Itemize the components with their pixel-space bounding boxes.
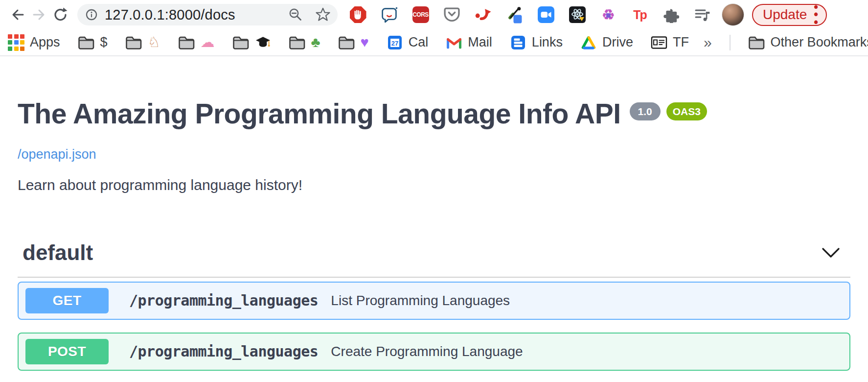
zoom-meetings-extension-icon[interactable] [537,6,554,24]
bookmark-tf[interactable]: TF [651,35,689,50]
zoom-out-indicator-icon[interactable] [288,7,303,23]
endpoint-path: /programming_languages [129,292,318,309]
http-method-badge: POST [25,339,109,364]
chat-bubble-extension-icon[interactable] [381,6,398,24]
folder-icon [232,35,250,50]
endpoint-summary: List Programming Languages [331,293,510,309]
bookmarks-bar: Apps $ ♘ ☁ [0,29,868,56]
gmail-icon [446,36,462,49]
url-text: 127.0.0.1:8000/docs [105,7,288,23]
swagger-page: The Amazing Programming Language Info AP… [0,98,868,371]
redirect-arrow-extension-icon[interactable] [475,6,492,24]
http-method-badge: GET [25,288,109,313]
page-title: The Amazing Programming Language Info AP… [18,98,621,129]
graduation-cap-emoji-icon [255,35,271,50]
update-label: Update [763,7,807,23]
profile-avatar[interactable] [722,3,744,26]
teleparty-extension-icon[interactable]: Tp [631,6,648,24]
media-playlist-extension-icon[interactable] [694,6,711,24]
links-list-icon [510,34,526,51]
folder-icon [748,35,765,50]
bookmark-drive[interactable]: Drive [580,35,633,50]
section-default: default GET /programming_languages List … [18,240,850,371]
folder-icon [125,35,142,50]
bookmarks-overflow-chevron[interactable]: » [704,34,712,51]
bookmarks-divider [730,35,731,50]
bookmark-star-icon[interactable] [315,7,331,23]
version-badge: 1.0 [630,102,661,120]
apps-grid-icon [8,34,24,51]
api-title-row: The Amazing Programming Language Info AP… [18,98,850,129]
reload-button[interactable] [50,4,71,25]
adblock-stop-hand-extension-icon[interactable] [349,6,366,24]
folder-icon [289,35,306,50]
other-bookmarks[interactable]: Other Bookmarks [748,35,868,50]
color-eyedropper-extension-icon[interactable] [506,6,523,24]
chevron-down-icon [820,246,842,259]
section-title: default [23,240,93,265]
endpoint-summary: Create Programming Language [331,344,523,359]
forward-button[interactable] [28,4,50,25]
operation-row-post-programming-languages[interactable]: POST /programming_languages Create Progr… [18,333,850,371]
extensions-row: CORS [349,6,711,24]
api-description: Learn about programming language history… [18,177,850,193]
pocket-extension-icon[interactable] [443,6,460,24]
bookmark-apps[interactable]: Apps [8,34,60,51]
forward-arrow-icon [30,6,48,24]
puzzle-extensions-menu-icon[interactable] [662,6,680,24]
text-form-icon [651,36,667,49]
openapi-spec-link[interactable]: /openapi.json [18,147,96,162]
oas3-badge: OAS3 [666,102,707,120]
folder-icon [78,35,95,50]
section-header[interactable]: default [18,240,850,278]
operation-row-get-programming-languages[interactable]: GET /programming_languages List Programm… [18,282,850,320]
bookmark-folder-graduation-cap[interactable] [232,35,271,50]
kebab-menu-icon[interactable]: ••• [814,3,818,26]
browser-toolbar: 127.0.0.1:8000/docs [0,0,868,29]
cors-extension-icon[interactable]: CORS [412,6,429,24]
folder-icon [338,35,355,50]
bookmark-links[interactable]: Links [510,34,563,51]
recycle-extension-icon[interactable]: ♻ [600,6,617,24]
reload-icon [52,6,69,24]
svg-text:27: 27 [391,39,398,47]
back-button[interactable] [7,4,28,25]
google-calendar-icon: 27 [387,34,403,51]
bookmark-folder-herb[interactable]: ♣ [289,35,320,50]
bookmark-calendar[interactable]: 27 Cal [387,34,429,51]
carousel-horse-emoji-icon: ♘ [148,35,160,49]
herb-emoji-icon: ♣ [311,35,320,49]
back-arrow-icon [9,6,26,24]
react-devtools-extension-icon[interactable] [569,6,586,24]
google-drive-icon [580,35,597,50]
endpoint-path: /programming_languages [129,343,318,360]
bookmark-folder-carousel-horse[interactable]: ♘ [125,35,160,50]
folder-icon [178,35,195,50]
address-bar[interactable]: 127.0.0.1:8000/docs [77,4,338,25]
section-collapse-button[interactable] [816,243,845,263]
update-browser-button[interactable]: Update ••• [752,4,827,26]
purple-heart-emoji-icon: ♥ [361,35,369,49]
api-badges: 1.0 OAS3 [630,102,707,120]
bookmark-folder-brain[interactable]: ☁ [178,35,215,50]
bookmark-folder-dollar[interactable]: $ [78,35,108,50]
bookmark-gmail[interactable]: Mail [446,35,492,50]
bookmark-folder-purple-heart[interactable]: ♥ [338,35,369,50]
page-info-icon[interactable] [84,7,99,22]
brain-emoji-icon: ☁ [201,35,215,49]
